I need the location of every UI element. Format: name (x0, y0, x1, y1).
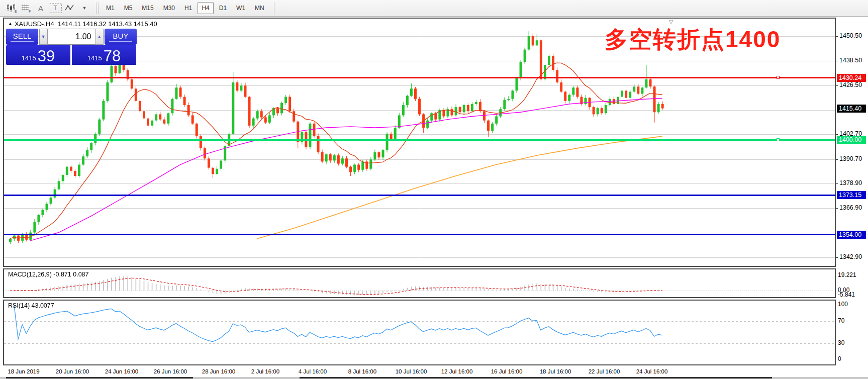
price-tick-mark (836, 159, 838, 160)
date-label: 26 Jun 16:00 (154, 368, 187, 374)
date-label: 8 Jul 16:00 (348, 368, 376, 374)
timeframe-button-h4[interactable]: H4 (198, 2, 213, 14)
price-badge-1430-24: 1430.24 (837, 74, 866, 82)
price-tick-label: 1366.90 (839, 204, 862, 211)
grid-icon[interactable]: F (20, 2, 33, 14)
rsi-axis-label: 30 (838, 339, 844, 346)
symbol-period-label: XAUUSD-,H4 (15, 20, 54, 28)
price-tick-label: 1426.50 (839, 81, 862, 88)
date-label: 20 Jun 16:00 (56, 368, 89, 374)
bottom-panel-edge (6, 377, 193, 378)
volume-increase-button[interactable]: ▲ (95, 29, 104, 45)
price-tick-label: 1450.50 (839, 32, 862, 39)
timeframe-button-m30[interactable]: M30 (159, 2, 179, 14)
date-label: 18 Jun 2019 (8, 368, 39, 374)
volume-decrease-button[interactable]: ▼ (39, 29, 48, 45)
buy-button-label: BUY (113, 32, 129, 40)
dropdown-caret-icon[interactable]: ▼ (78, 2, 91, 14)
rsi-canvas[interactable] (4, 301, 835, 364)
date-label: 28 Jun 16:00 (202, 368, 236, 374)
date-label: 24 Jul 16:00 (636, 368, 668, 374)
line-endpoint-marker[interactable] (777, 76, 780, 79)
rsi-axis-label: 0 (838, 355, 841, 362)
macd-axis-label: 19.221 (838, 271, 856, 278)
rsi-label: RSI(14) 43.0077 (8, 302, 54, 309)
chart-shift-marker[interactable]: ▽ (669, 19, 673, 25)
price-badge-1373-15: 1373.15 (837, 191, 866, 199)
timeframe-button-m5[interactable]: M5 (120, 2, 137, 14)
date-label: 18 Jul 16:00 (540, 368, 571, 374)
timeframe-button-w1[interactable]: W1 (232, 2, 249, 14)
price-tick-mark (836, 208, 838, 209)
macd-pane: MACD(12,26,9) -0.871 0.087 (3, 268, 836, 298)
timeframe-button-m15[interactable]: M15 (138, 2, 157, 14)
date-label: 16 Jul 16:00 (491, 368, 523, 374)
resistance-line[interactable] (4, 77, 835, 78)
window-bottom-edge (0, 377, 868, 379)
svg-text:E: E (15, 10, 17, 13)
chart-symbol-header: ▲XAUUSD-,H4 1414.11 1416.32 1413.43 1415… (8, 20, 157, 28)
line-endpoint-marker[interactable] (777, 138, 780, 141)
price-tick-label: 1438.50 (839, 57, 862, 64)
price-tick-mark (836, 36, 838, 37)
volume-input[interactable] (48, 29, 95, 45)
sell-underline (11, 41, 34, 42)
zigzag-tool-icon[interactable] (63, 2, 76, 14)
toolbar-separator (96, 3, 99, 14)
date-label: 24 Jun 16:00 (105, 368, 139, 374)
timeframe-button-m1[interactable]: M1 (102, 2, 119, 14)
rsi-axis-label: 100 (838, 301, 848, 308)
support-line-1[interactable] (4, 195, 835, 196)
macd-label: MACD(12,26,9) -0.871 0.087 (8, 271, 89, 278)
ask-pips: 78 (104, 48, 121, 64)
toolbar-separator-2 (274, 2, 274, 15)
ask-price-display[interactable]: 1415 78 (72, 45, 136, 65)
sell-button[interactable]: SELL (6, 29, 38, 45)
price-tick-mark (836, 61, 838, 61)
price-badge-1354-00: 1354.00 (837, 231, 866, 239)
bid-big-figure: 1415 (22, 54, 36, 62)
sell-button-label: SELL (13, 32, 32, 40)
price-badge-1400-00: 1400.00 (837, 136, 866, 144)
date-label: 2 Jul 16:00 (251, 368, 279, 374)
timeframe-button-d1[interactable]: D1 (215, 2, 231, 14)
ohlc-values: 1414.11 1416.32 1413.43 1415.40 (58, 20, 157, 28)
svg-text:F: F (29, 10, 31, 13)
macd-axis-label: -5.841 (838, 291, 855, 298)
support-line-2[interactable] (4, 234, 835, 235)
time-axis[interactable]: 18 Jun 201920 Jun 16:0024 Jun 16:0026 Ju… (3, 366, 836, 377)
candles-chart-icon[interactable]: E (5, 2, 18, 14)
buy-button[interactable]: BUY (105, 29, 137, 45)
date-label: 12 Jul 16:00 (441, 368, 473, 374)
price-tick-label: 1342.90 (839, 253, 862, 260)
price-tick-mark (836, 85, 838, 86)
price-tick-label: 1390.70 (839, 155, 862, 162)
textbox-icon[interactable]: T (49, 3, 62, 13)
price-tick-mark (836, 257, 838, 258)
price-tick-mark (836, 134, 838, 135)
timeframe-button-h1[interactable]: H1 (180, 2, 196, 14)
date-label: 22 Jul 16:00 (589, 368, 620, 374)
pivot-line[interactable] (4, 139, 835, 141)
price-axis[interactable]: 1450.501438.501426.501402.701390.701378.… (836, 18, 868, 377)
text-label-icon[interactable]: A (34, 2, 47, 14)
buy-underline (109, 41, 132, 42)
macd-canvas[interactable] (4, 269, 835, 297)
rsi-axis-label: 70 (838, 317, 844, 324)
bottom-panel-edge (300, 377, 772, 378)
price-tick-mark (836, 183, 838, 184)
date-label: 4 Jul 16:00 (299, 368, 327, 374)
panel-collapse-arrow[interactable]: ▲ (8, 21, 13, 26)
price-tick-label: 1378.90 (839, 179, 862, 186)
bid-price-display[interactable]: 1415 39 (6, 45, 70, 65)
price-pane: ▲XAUUSD-,H4 1414.11 1416.32 1413.43 1415… (3, 18, 836, 267)
price-badge-1415-40: 1415.40 (837, 105, 866, 113)
chart-window: ▲XAUUSD-,H4 1414.11 1416.32 1413.43 1415… (3, 18, 868, 377)
timeframe-button-mn[interactable]: MN (251, 2, 268, 14)
bid-pips: 39 (38, 48, 55, 64)
one-click-trading-panel: SELL ▼ ▲ BUY 1415 (6, 29, 137, 65)
ask-big-figure: 1415 (87, 54, 102, 62)
chart-annotation-text[interactable]: 多空转折点1400 (605, 28, 781, 51)
toolbar: E F A T ▼ M1M5M15M30H1H4D1W1MN (0, 0, 868, 17)
rsi-pane: RSI(14) 43.0077 (3, 300, 836, 365)
